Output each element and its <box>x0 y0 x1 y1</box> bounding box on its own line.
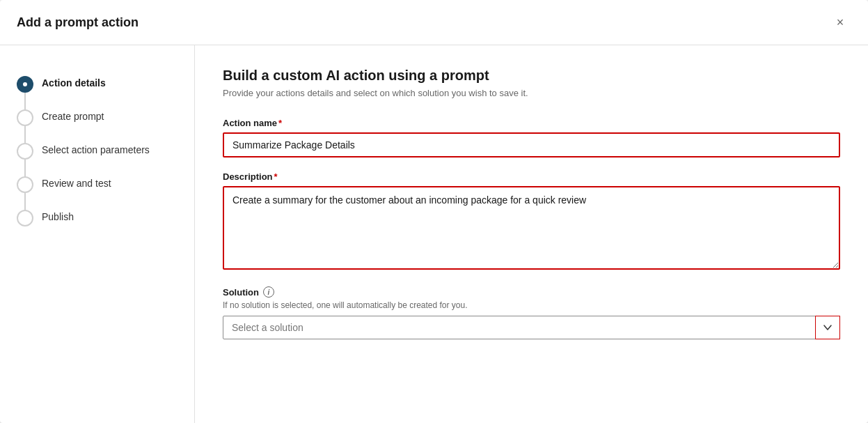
close-button[interactable]: × <box>829 11 851 33</box>
dialog-title: Add a prompt action <box>17 15 139 30</box>
solution-sublabel: If no solution is selected, one will aut… <box>223 300 840 310</box>
step-circle-review-and-test <box>17 176 33 193</box>
dialog-header: Add a prompt action × <box>0 0 868 45</box>
step-label-review-and-test: Review and test <box>42 176 111 189</box>
solution-info-icon: i <box>263 286 274 298</box>
description-textarea[interactable]: Create a summary for the customer about … <box>223 186 840 270</box>
action-name-label: Action name* <box>223 118 840 128</box>
dialog-body: Action details Create prompt Select acti… <box>0 45 868 423</box>
sidebar-item-action-details[interactable]: Action details <box>17 68 177 101</box>
description-group: Description* Create a summary for the cu… <box>223 171 840 272</box>
step-circle-action-details <box>17 76 33 93</box>
solution-chevron-button[interactable] <box>815 316 840 339</box>
step-circle-create-prompt <box>17 109 33 126</box>
step-label-create-prompt: Create prompt <box>42 109 104 122</box>
svg-point-0 <box>23 82 27 86</box>
solution-label-row: Solution i <box>223 286 840 298</box>
step-label-publish: Publish <box>42 210 74 222</box>
action-name-input[interactable] <box>223 132 840 157</box>
solution-select-input[interactable] <box>223 316 840 339</box>
description-required: * <box>274 171 278 182</box>
dialog: Add a prompt action × Action details <box>0 0 868 423</box>
sidebar-item-select-action-parameters[interactable]: Select action parameters <box>17 134 177 168</box>
sidebar-item-publish[interactable]: Publish <box>17 201 177 235</box>
main-content: Build a custom AI action using a prompt … <box>195 45 868 423</box>
step-circle-publish <box>17 210 33 226</box>
description-label: Description* <box>223 171 840 182</box>
step-label-select-action-parameters: Select action parameters <box>42 143 150 155</box>
sidebar-item-review-and-test[interactable]: Review and test <box>17 168 177 201</box>
step-label-action-details: Action details <box>42 76 106 89</box>
sidebar: Action details Create prompt Select acti… <box>0 45 195 423</box>
solution-select-wrapper <box>223 316 840 339</box>
section-title: Build a custom AI action using a prompt <box>223 68 840 84</box>
action-name-group: Action name* <box>223 118 840 157</box>
step-circle-select-action-parameters <box>17 143 33 160</box>
step-list: Action details Create prompt Select acti… <box>17 68 177 235</box>
section-subtitle: Provide your actions details and select … <box>223 88 840 98</box>
solution-group: Solution i If no solution is selected, o… <box>223 286 840 339</box>
action-name-required: * <box>278 118 282 128</box>
sidebar-item-create-prompt[interactable]: Create prompt <box>17 101 177 134</box>
solution-label: Solution <box>223 287 259 298</box>
